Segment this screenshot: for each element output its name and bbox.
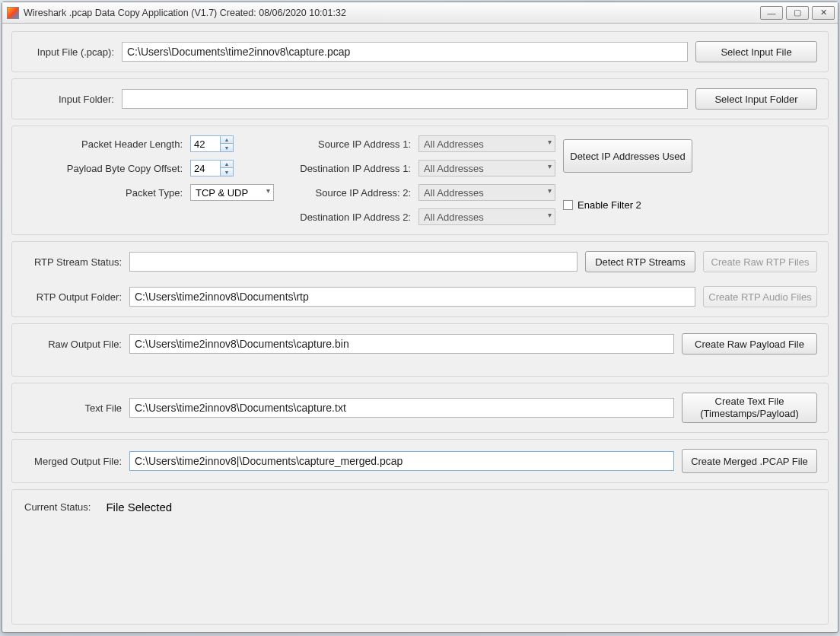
payload-offset-label: Payload Byte Copy Offset:: [23, 163, 183, 174]
input-folder-panel: Input Folder: Select Input Folder: [11, 78, 829, 119]
rtp-stream-status-label: RTP Stream Status:: [23, 256, 122, 268]
dst-ip1-label: Destination IP Address 1:: [251, 163, 411, 174]
text-file-field[interactable]: [129, 398, 674, 418]
merged-output-label: Merged Output File:: [23, 456, 122, 467]
create-raw-rtp-files-button[interactable]: Create Raw RTP Files: [703, 251, 817, 272]
rtp-stream-status-field[interactable]: [129, 252, 578, 272]
src-ip1-combo[interactable]: All Addresses: [418, 135, 555, 152]
create-rtp-audio-files-button[interactable]: Create RTP Audio Files: [703, 286, 817, 307]
create-raw-payload-file-button[interactable]: Create Raw Payload File: [682, 333, 817, 355]
text-file-label: Text File: [23, 402, 122, 414]
config-panel: Packet Header Length: ▲▼ Source IP Addre…: [11, 126, 829, 235]
dst-ip2-combo[interactable]: All Addresses: [418, 208, 555, 225]
input-folder-label: Input Folder:: [23, 94, 114, 105]
text-file-panel: Text File Create Text File (Timestamps/P…: [11, 383, 829, 433]
maximize-button[interactable]: ▢: [786, 6, 809, 20]
rtp-output-folder-label: RTP Output Folder:: [23, 291, 122, 303]
packet-header-length-stepper[interactable]: ▲▼: [190, 135, 243, 152]
payload-offset-input[interactable]: [190, 160, 221, 176]
rtp-panel: RTP Stream Status: Detect RTP Streams Cr…: [11, 241, 829, 317]
enable-filter2-label: Enable Filter 2: [578, 199, 641, 211]
select-input-file-button[interactable]: Select Input File: [695, 41, 817, 62]
close-button[interactable]: ✕: [812, 6, 835, 20]
input-folder-field[interactable]: [122, 89, 688, 109]
checkbox-box[interactable]: [563, 200, 573, 210]
titlebar: Wireshark .pcap Data Copy Application (V…: [2, 2, 838, 24]
rtp-output-folder-field[interactable]: [129, 287, 695, 307]
dst-ip1-combo[interactable]: All Addresses: [418, 160, 555, 176]
app-icon: [7, 7, 19, 19]
input-file-label: Input File (.pcap):: [23, 46, 114, 58]
current-status-value: File Selected: [106, 501, 172, 514]
src-ip1-label: Source IP Address 1:: [251, 138, 411, 150]
merged-output-panel: Merged Output File: Create Merged .PCAP …: [11, 439, 829, 483]
spin-up-icon[interactable]: ▲: [221, 136, 233, 144]
create-merged-pcap-button[interactable]: Create Merged .PCAP File: [682, 449, 817, 473]
spin-down-icon[interactable]: ▼: [221, 168, 233, 176]
spin-down-icon[interactable]: ▼: [221, 144, 233, 151]
create-text-file-button[interactable]: Create Text File (Timestamps/Payload): [682, 393, 817, 423]
raw-output-field[interactable]: [129, 334, 674, 354]
input-file-panel: Input File (.pcap): Select Input File: [11, 31, 829, 72]
packet-header-length-input[interactable]: [190, 135, 221, 152]
payload-offset-stepper[interactable]: ▲▼: [190, 160, 243, 176]
packet-header-length-label: Packet Header Length:: [23, 138, 183, 150]
src-ip2-combo[interactable]: All Addresses: [418, 184, 555, 201]
packet-type-combo[interactable]: TCP & UDP: [190, 184, 274, 201]
packet-type-label: Packet Type:: [23, 187, 183, 199]
current-status-label: Current Status:: [24, 501, 91, 513]
select-input-folder-button[interactable]: Select Input Folder: [695, 88, 817, 110]
raw-output-label: Raw Output File:: [23, 339, 122, 350]
dst-ip2-label: Destination IP Address 2:: [251, 211, 411, 223]
status-panel: Current Status: File Selected: [11, 489, 829, 625]
merged-output-field[interactable]: [129, 451, 674, 471]
window-title: Wireshark .pcap Data Copy Application (V…: [24, 8, 757, 18]
input-file-field[interactable]: [122, 42, 688, 62]
raw-output-panel: Raw Output File: Create Raw Payload File: [11, 323, 829, 377]
enable-filter2-checkbox[interactable]: Enable Filter 2: [563, 199, 700, 211]
spin-up-icon[interactable]: ▲: [221, 161, 233, 168]
app-window: Wireshark .pcap Data Copy Application (V…: [2, 2, 838, 633]
minimize-button[interactable]: —: [760, 6, 783, 20]
detect-rtp-streams-button[interactable]: Detect RTP Streams: [585, 251, 695, 272]
src-ip2-label: Source IP Address: 2:: [251, 187, 411, 199]
detect-ip-button[interactable]: Detect IP Addresses Used: [563, 139, 692, 173]
